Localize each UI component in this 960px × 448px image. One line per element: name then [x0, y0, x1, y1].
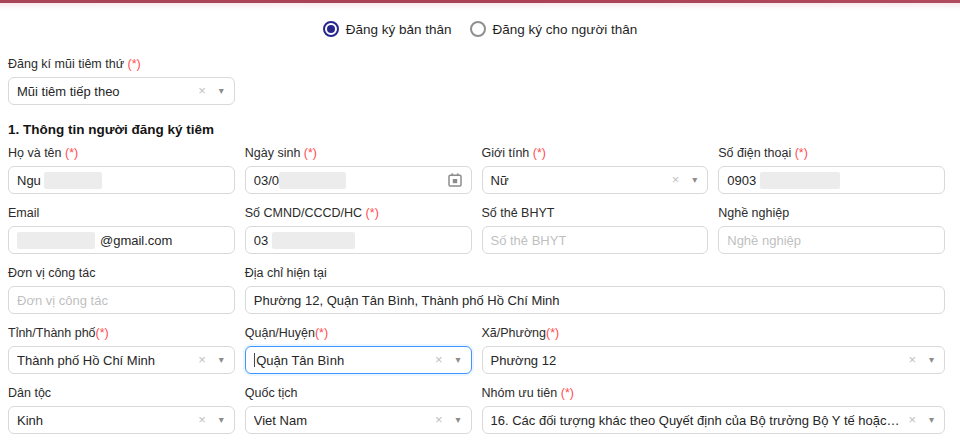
priority-group-field: Nhóm ưu tiên (*) 16. Các đối tượng khác … — [482, 386, 946, 434]
redacted-value — [279, 172, 346, 189]
field-label: Số điện thoại (*) — [718, 146, 945, 160]
select-value: Kinh — [17, 413, 43, 428]
field-label: Quốc tịch — [245, 386, 472, 400]
field-label: Xã/Phường(*) — [482, 326, 946, 340]
nationality-field: Quốc tịch Viet Nam × ▾ — [245, 386, 472, 434]
clear-icon[interactable]: × — [435, 353, 443, 366]
workplace-field: Đơn vị công tác Đơn vị công tác — [8, 266, 235, 314]
field-label: Địa chỉ hiện tại — [245, 266, 945, 280]
priority-group-select[interactable]: 16. Các đối tượng khác theo Quyết định c… — [482, 406, 946, 434]
dose-number-field: Đăng kí mũi tiêm thứ (*) Mũi tiêm tiếp t… — [8, 57, 235, 105]
required-mark: (*) — [557, 386, 574, 400]
clear-icon[interactable]: × — [672, 173, 680, 186]
clear-icon[interactable]: × — [198, 413, 206, 426]
id-number-input[interactable]: 03 — [245, 226, 472, 254]
full-name-field: Họ và tên (*) Ngu — [8, 146, 235, 194]
bhyt-input[interactable]: Số thẻ BHYT — [482, 226, 709, 254]
clear-icon[interactable]: × — [435, 413, 443, 426]
clear-icon[interactable]: × — [198, 353, 206, 366]
dob-field: Ngày sinh (*) 03/0 — [245, 146, 472, 194]
redacted-value — [760, 172, 840, 189]
ward-select[interactable]: Phường 12 × ▾ — [482, 346, 946, 374]
registration-type-radio-group: Đăng ký bản thân Đăng ký cho người thân — [0, 18, 960, 40]
field-label: Số thẻ BHYT — [482, 206, 709, 220]
email-input[interactable]: @gmail.com — [8, 226, 235, 254]
field-label: Đăng kí mũi tiêm thứ (*) — [8, 57, 235, 71]
field-label: Giới tính (*) — [482, 146, 709, 160]
chevron-down-icon: ▾ — [929, 355, 934, 365]
district-select[interactable]: Quận Tân Bình × ▾ — [245, 346, 472, 374]
dose-number-select[interactable]: Mũi tiêm tiếp theo × ▾ — [8, 77, 235, 105]
chevron-down-icon: ▾ — [219, 86, 224, 96]
nationality-select[interactable]: Viet Nam × ▾ — [245, 406, 472, 434]
chevron-down-icon: ▾ — [455, 415, 460, 425]
required-mark: (*) — [529, 146, 546, 160]
phone-input[interactable]: 0903 — [718, 166, 945, 194]
input-placeholder: Nghề nghiệp — [727, 233, 801, 248]
redacted-value — [17, 232, 95, 249]
address-input[interactable]: Phường 12, Quận Tân Bình, Thành phố Hồ C… — [245, 286, 945, 314]
radio-label: Đăng ký bản thân — [346, 22, 452, 37]
required-mark: (*) — [124, 57, 141, 71]
select-value: Quận Tân Bình — [256, 353, 344, 368]
field-label: Email — [8, 206, 235, 220]
clear-icon[interactable]: × — [908, 353, 916, 366]
dob-input[interactable]: 03/0 — [245, 166, 472, 194]
select-value: 16. Các đối tượng khác theo Quyết định c… — [491, 413, 901, 428]
clear-icon[interactable]: × — [908, 413, 916, 426]
email-field: Email @gmail.com — [8, 206, 235, 254]
required-mark: (*) — [300, 146, 317, 160]
field-label: Họ và tên (*) — [8, 146, 235, 160]
id-number-field: Số CMND/CCCD/HC (*) 03 — [245, 206, 472, 254]
ethnicity-select[interactable]: Kinh × ▾ — [8, 406, 235, 434]
field-label: Tỉnh/Thành phố(*) — [8, 326, 235, 340]
required-mark: (*) — [362, 206, 379, 220]
bhyt-field: Số thẻ BHYT Số thẻ BHYT — [482, 206, 709, 254]
section-title-personal-info: 1. Thông tin người đăng ký tiêm — [8, 122, 945, 137]
select-value: Nữ — [491, 173, 509, 188]
ward-field: Xã/Phường(*) Phường 12 × ▾ — [482, 326, 946, 374]
input-placeholder: Số thẻ BHYT — [491, 233, 567, 248]
radio-label: Đăng ký cho người thân — [493, 22, 638, 37]
required-mark: (*) — [96, 326, 109, 340]
calendar-icon[interactable] — [448, 173, 462, 187]
radio-register-self[interactable]: Đăng ký bản thân — [323, 21, 452, 37]
address-field: Địa chỉ hiện tại Phường 12, Quận Tân Bìn… — [245, 266, 945, 314]
chevron-down-icon: ▾ — [929, 415, 934, 425]
select-value: Viet Nam — [254, 413, 307, 428]
top-accent-fade — [0, 3, 960, 10]
phone-field: Số điện thoại (*) 0903 — [718, 146, 945, 194]
text-cursor — [254, 353, 256, 367]
field-label: Ngày sinh (*) — [245, 146, 472, 160]
gender-field: Giới tính (*) Nữ × ▾ — [482, 146, 709, 194]
select-value: Mũi tiêm tiếp theo — [17, 84, 120, 99]
district-field: Quận/Huyện(*) Quận Tân Bình × ▾ — [245, 326, 472, 374]
chevron-down-icon: ▾ — [219, 415, 224, 425]
chevron-down-icon: ▾ — [219, 355, 224, 365]
radio-unselected-icon[interactable] — [470, 21, 486, 37]
province-field: Tỉnh/Thành phố(*) Thành phố Hồ Chí Minh … — [8, 326, 235, 374]
full-name-input[interactable]: Ngu — [8, 166, 235, 194]
select-value: Phường 12 — [491, 353, 557, 368]
occupation-input[interactable]: Nghề nghiệp — [718, 226, 945, 254]
field-label: Nhóm ưu tiên (*) — [482, 386, 946, 400]
field-label: Quận/Huyện(*) — [245, 326, 472, 340]
redacted-value — [44, 172, 102, 189]
required-mark: (*) — [546, 326, 559, 340]
province-select[interactable]: Thành phố Hồ Chí Minh × ▾ — [8, 346, 235, 374]
input-placeholder: Đơn vị công tác — [17, 293, 108, 308]
field-label: Đơn vị công tác — [8, 266, 235, 280]
clear-icon[interactable]: × — [198, 84, 206, 97]
radio-selected-icon[interactable] — [323, 21, 339, 37]
workplace-input[interactable]: Đơn vị công tác — [8, 286, 235, 314]
required-mark: (*) — [315, 326, 328, 340]
field-label: Số CMND/CCCD/HC (*) — [245, 206, 472, 220]
required-mark: (*) — [791, 146, 808, 160]
radio-register-relative[interactable]: Đăng ký cho người thân — [470, 21, 638, 37]
chevron-down-icon: ▾ — [455, 355, 460, 365]
ethnicity-field: Dân tộc Kinh × ▾ — [8, 386, 235, 434]
redacted-value — [272, 232, 355, 249]
gender-select[interactable]: Nữ × ▾ — [482, 166, 709, 194]
select-value: Thành phố Hồ Chí Minh — [17, 353, 155, 368]
occupation-field: Nghề nghiệp Nghề nghiệp — [718, 206, 945, 254]
